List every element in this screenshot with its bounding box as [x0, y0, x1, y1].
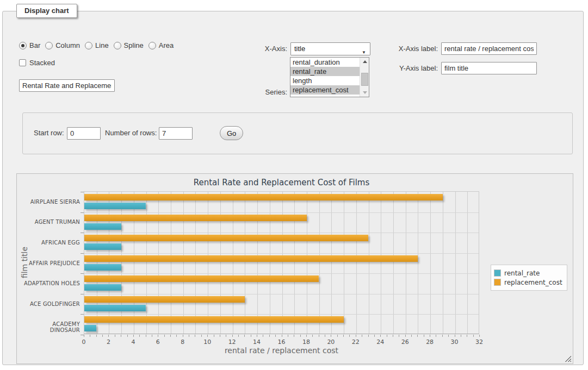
row-range-panel: Start row: Number of rows: Go: [22, 112, 573, 154]
x-tick: [121, 335, 121, 337]
x-tick: [356, 335, 356, 337]
x-tick: [461, 335, 461, 337]
gridline-vertical: [270, 192, 270, 334]
gridline-vertical: [171, 192, 171, 334]
x-tick: [139, 335, 140, 337]
start-row-input[interactable]: [67, 127, 101, 140]
gridline-vertical: [369, 192, 369, 334]
bar-rental-rate[interactable]: [84, 264, 121, 271]
legend-item-rental_rate: rental_rate: [494, 269, 562, 277]
x-tick-label: 0: [76, 338, 92, 346]
x-tick: [251, 335, 251, 337]
x-tick: [405, 335, 406, 337]
number-of-rows-input[interactable]: [159, 127, 193, 140]
radio-spline[interactable]: [114, 42, 121, 49]
x-tick: [214, 335, 214, 337]
x-tick: [380, 335, 381, 337]
scroll-down-icon[interactable]: [360, 89, 369, 97]
radio-bar[interactable]: [19, 42, 27, 49]
bar-rental-rate[interactable]: [84, 223, 121, 230]
bar-replacement-cost[interactable]: [84, 235, 368, 241]
x-tick: [374, 335, 375, 337]
category-label: ACE GOLDFINGER: [21, 301, 80, 307]
bar-replacement-cost[interactable]: [84, 296, 245, 303]
scroll-up-icon[interactable]: [360, 58, 369, 66]
x-tick: [238, 335, 239, 337]
bar-replacement-cost[interactable]: [84, 194, 443, 200]
x-axis-label-label: X-Axis label:: [378, 45, 438, 53]
bar-replacement-cost[interactable]: [84, 215, 307, 221]
stacked-checkbox[interactable]: [19, 59, 26, 66]
chart-type-option-line: Line: [85, 41, 109, 49]
x-tick-label: 30: [447, 338, 463, 346]
chart-plot-area: AIRPLANE SIERRAAGENT TRUMANAFRICAN EGGAF…: [84, 191, 479, 334]
gridline-horizontal: [84, 233, 479, 233]
x-tick: [424, 335, 424, 337]
legend-swatch-icon: [494, 279, 501, 286]
series-option-length[interactable]: length: [290, 76, 360, 85]
bar-rental-rate[interactable]: [84, 305, 146, 311]
x-tick: [133, 335, 134, 337]
x-tick: [337, 335, 338, 337]
x-tick: [164, 335, 165, 337]
chart-title-input[interactable]: [19, 79, 115, 92]
series-option-rental_duration[interactable]: rental_duration: [290, 58, 360, 67]
bar-replacement-cost[interactable]: [84, 275, 319, 282]
bar-rental-rate[interactable]: [84, 325, 96, 331]
bar-replacement-cost[interactable]: [84, 255, 418, 262]
radio-label-line: Line: [95, 41, 109, 49]
radio-column[interactable]: [45, 42, 53, 49]
radio-label-area: Area: [159, 41, 174, 49]
stacked-option: Stacked: [19, 59, 55, 67]
series-option-rental_rate[interactable]: rental_rate: [290, 67, 360, 76]
category-label: AFRICAN EGG: [21, 240, 80, 246]
scrollbar-thumb[interactable]: [361, 73, 368, 86]
x-tick: [467, 335, 467, 337]
bar-rental-rate[interactable]: [84, 203, 146, 209]
series-listbox[interactable]: rental_durationrental_ratelengthreplacem…: [290, 57, 369, 97]
y-tick: [81, 192, 84, 192]
radio-line[interactable]: [85, 42, 92, 49]
x-tick: [269, 335, 270, 337]
x-tick: [170, 335, 171, 337]
gridline-vertical: [109, 192, 109, 334]
listbox-scrollbar[interactable]: [360, 58, 369, 97]
x-axis-label-input[interactable]: [441, 42, 537, 55]
gridline-vertical: [307, 192, 307, 334]
y-tick: [81, 314, 84, 315]
x-tick: [282, 335, 282, 337]
x-tick: [430, 335, 430, 337]
gridline-vertical: [344, 192, 344, 334]
x-tick: [479, 335, 480, 337]
gridline-vertical: [418, 192, 418, 334]
resize-handle-icon[interactable]: [565, 356, 571, 362]
bar-rental-rate[interactable]: [84, 284, 121, 291]
y-axis-label-input[interactable]: [441, 62, 537, 74]
x-tick: [275, 335, 276, 337]
x-tick: [176, 335, 177, 337]
x-tick: [312, 335, 313, 337]
gridline-vertical: [319, 192, 320, 334]
legend-swatch-icon: [494, 269, 501, 277]
gridline-horizontal: [84, 294, 479, 294]
radio-area[interactable]: [148, 42, 156, 49]
x-axis-select[interactable]: title ▼: [290, 42, 370, 55]
x-tick: [207, 335, 208, 337]
go-button[interactable]: Go: [220, 126, 243, 140]
x-tick: [108, 335, 109, 337]
x-tick: [387, 335, 387, 337]
series-option-replacement_cost[interactable]: replacement_cost: [290, 85, 360, 95]
gridline-vertical: [467, 192, 468, 334]
x-tick-label: 20: [323, 338, 339, 346]
legend-item-replacement_cost: replacement_cost: [494, 278, 562, 286]
x-tick: [102, 335, 103, 337]
x-tick: [146, 335, 146, 337]
bar-rental-rate[interactable]: [84, 243, 121, 250]
gridline-horizontal: [84, 314, 479, 315]
gridline-vertical: [245, 192, 245, 334]
gridline-vertical: [121, 192, 122, 334]
chart-title: Rental Rate and Replacement Cost of Film…: [84, 178, 479, 187]
x-tick: [436, 335, 436, 337]
gridline-vertical: [220, 192, 221, 334]
bar-replacement-cost[interactable]: [84, 316, 344, 323]
